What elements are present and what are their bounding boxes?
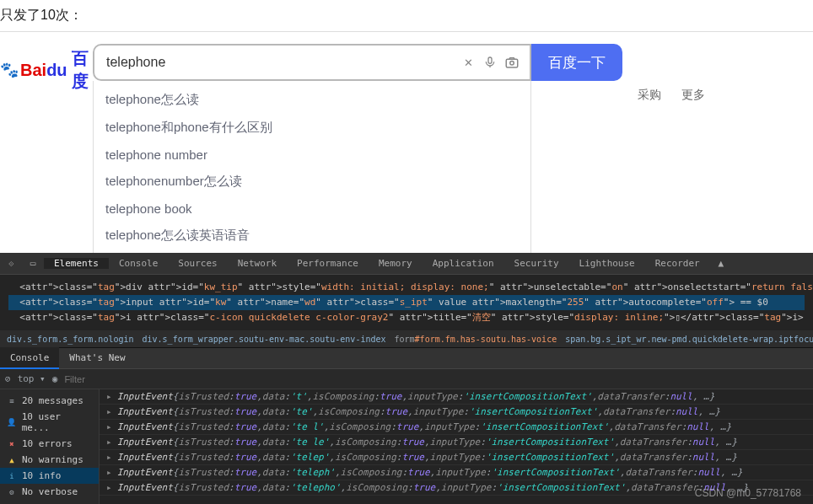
breadcrumb-item[interactable]: form#form.fm.has-soutu.has-voice: [395, 335, 557, 344]
suggestion-item[interactable]: telephone怎么读英语语音: [94, 222, 530, 249]
devtools-tab-console[interactable]: Console: [109, 258, 168, 269]
search-area: 🐾 Baidu 百度 ✕ 百度一下 telephone怎么读telephone和…: [0, 32, 813, 103]
svg-rect-0: [488, 57, 492, 63]
devtools-tab-lighthouse[interactable]: Lighthouse: [569, 258, 645, 269]
right-links: 采购 更多: [622, 44, 722, 103]
scope-selector[interactable]: top ▾: [18, 373, 46, 384]
camera-icon[interactable]: [501, 51, 523, 73]
sidebar-filter-item[interactable]: ✖10 errors: [0, 436, 99, 452]
console-log-row[interactable]: ▸InputEvent {isTrusted: true, data: 'te'…: [100, 405, 813, 420]
voice-icon[interactable]: [479, 51, 501, 73]
sidebar-filter-item[interactable]: ≡20 messages: [0, 393, 99, 409]
elements-panel[interactable]: <attr">class="tag">div attr">id="kw_tip"…: [0, 275, 813, 330]
baidu-logo[interactable]: 🐾 Baidu 百度: [0, 44, 93, 93]
devtools-tab-sources[interactable]: Sources: [168, 258, 227, 269]
filter-input[interactable]: [64, 374, 808, 384]
dom-node[interactable]: <attr">class="tag">input attr">id="kw" a…: [8, 295, 805, 310]
suggestion-item[interactable]: telephone book: [94, 196, 530, 222]
sidebar-filter-item[interactable]: i10 info: [0, 468, 99, 484]
devtools-tab-network[interactable]: Network: [228, 258, 287, 269]
dom-node[interactable]: <attr">class="tag">div attr">id="kw_tip"…: [8, 280, 805, 295]
search-button[interactable]: 百度一下: [531, 44, 622, 81]
console-log-row[interactable]: ▸InputEvent {isTrusted: true, data: 'tel…: [100, 465, 813, 480]
link-purchase[interactable]: 采购: [638, 88, 661, 101]
breadcrumb-item[interactable]: span.bg.s_ipt_wr.new-pmd.quickdelete-wra…: [565, 335, 813, 344]
watermark: CSDN @m0_57781768: [695, 487, 801, 499]
clear-console-icon[interactable]: ⊘: [5, 373, 11, 384]
svg-rect-1: [506, 59, 518, 67]
search-input[interactable]: [106, 55, 457, 70]
console-toolbar: ⊘ top ▾ ◉: [0, 369, 813, 389]
suggestion-item[interactable]: telephone number: [94, 142, 530, 168]
devtools-tab-recorder[interactable]: Recorder: [645, 258, 710, 269]
devtools-tab-security[interactable]: Security: [504, 258, 569, 269]
inspect-icon[interactable]: ⟐: [0, 258, 22, 269]
dom-node[interactable]: <attr">class="tag">i attr">class="c-icon…: [8, 310, 805, 325]
sidebar-filter-item[interactable]: 👤10 user me...: [0, 409, 99, 436]
console-log-row[interactable]: ▸InputEvent {isTrusted: true, data: 'te …: [100, 420, 813, 435]
console-log-row[interactable]: ▸InputEvent {isTrusted: true, data: 'te …: [100, 435, 813, 450]
link-more[interactable]: 更多: [681, 88, 705, 101]
console-drawer-tabs: Console What's New: [0, 347, 813, 369]
sidebar-filter-item[interactable]: ▲No warnings: [0, 452, 99, 468]
suggestion-item[interactable]: telephone和phone有什么区别: [94, 114, 530, 142]
devtools-tab-performance[interactable]: Performance: [287, 258, 369, 269]
console-sidebar: ≡20 messages👤10 user me...✖10 errors▲No …: [0, 389, 100, 504]
eye-icon[interactable]: ◉: [52, 373, 58, 384]
suggestion-item[interactable]: telephonenumber怎么读: [94, 168, 530, 196]
clear-icon[interactable]: ✕: [457, 51, 479, 73]
tab-whatsnew[interactable]: What's New: [59, 347, 135, 369]
suggestion-item[interactable]: telephone怎么读: [94, 86, 530, 114]
devtools-panel: ⟐ ▭ ElementsConsoleSourcesNetworkPerform…: [0, 253, 813, 504]
tab-console[interactable]: Console: [0, 347, 59, 369]
recorder-icon: ▲: [710, 258, 732, 269]
console-log-row[interactable]: ▸InputEvent {isTrusted: true, data: 't',…: [100, 389, 813, 405]
devtools-tab-memory[interactable]: Memory: [369, 258, 423, 269]
devtools-tab-elements[interactable]: Elements: [44, 258, 109, 269]
breadcrumb-item[interactable]: div.s_form.s_form.nologin: [7, 335, 134, 344]
paw-icon: 🐾: [0, 61, 19, 79]
svg-point-2: [510, 62, 514, 66]
device-icon[interactable]: ▭: [22, 258, 44, 269]
search-box: ✕: [93, 44, 531, 81]
dom-breadcrumb[interactable]: div.s_form.s_form.nologindiv.s_form_wrap…: [0, 330, 813, 347]
devtools-tab-application[interactable]: Application: [423, 258, 504, 269]
console-log-row[interactable]: ▸InputEvent {isTrusted: true, data: 'tel…: [100, 450, 813, 465]
page-header-text: 只发了10次：: [0, 0, 813, 32]
devtools-tabs: ⟐ ▭ ElementsConsoleSourcesNetworkPerform…: [0, 253, 813, 275]
breadcrumb-item[interactable]: div.s_form_wrapper.soutu-env-mac.soutu-e…: [143, 335, 386, 344]
sidebar-filter-item[interactable]: ⚙No verbose: [0, 484, 99, 500]
